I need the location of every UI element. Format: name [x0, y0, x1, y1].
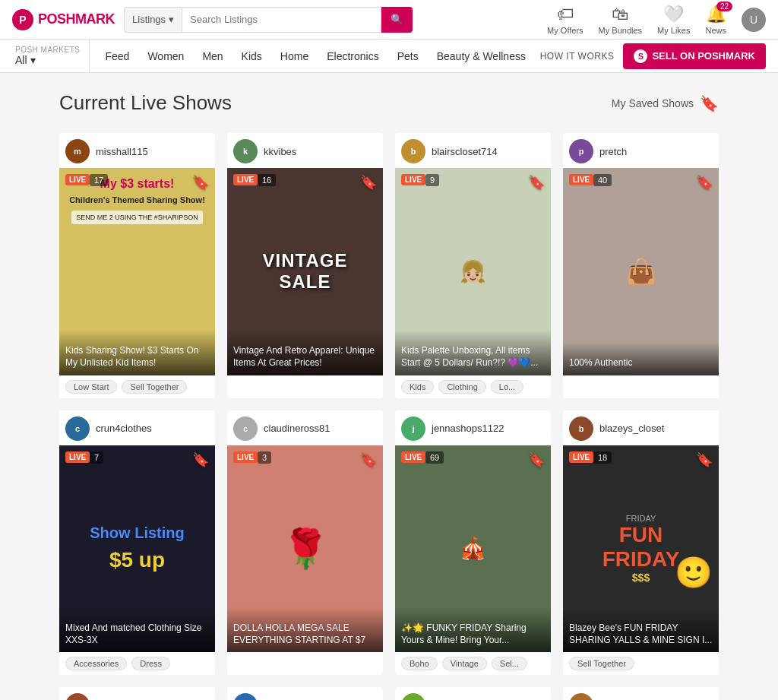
offers-label: My Offers [547, 26, 583, 35]
sell-on-poshmark-button[interactable]: S SELL ON POSHMARK [623, 43, 766, 69]
show-caption: 100% Authentic [563, 342, 719, 375]
show-thumbnail: 👧🏼 LIVE 9 🔖 Kids Palette Unboxing, All i… [395, 168, 551, 375]
show-tags [227, 375, 383, 385]
show-card-header: c claudineross81 [227, 410, 383, 445]
saved-shows-link[interactable]: My Saved Shows 🔖 [612, 94, 719, 112]
live-badge: LIVE [233, 174, 258, 185]
live-badge: LIVE [569, 174, 593, 185]
host-name: pretch [599, 146, 627, 157]
show-caption: DOLLA HOLLA MEGA SALE EVERYTHING STARTIN… [227, 607, 383, 652]
show-card[interactable]: c crun4clothes Show Listing $5 up LIVE 7… [59, 410, 215, 676]
save-show-icon[interactable]: 🔖 [696, 451, 713, 468]
show-card[interactable]: s superwondermom 🏊‍♀️ LIVE 18 🔖 CLOSET R… [227, 687, 383, 700]
save-show-icon[interactable]: 🔖 [360, 174, 377, 191]
show-caption: ✨🌟 FUNKY FRIDAY Sharing Yours & Mine! Br… [395, 607, 551, 652]
likes-icon: 🤍 [663, 5, 684, 24]
host-avatar: r [65, 693, 90, 700]
show-card-header: b blairscloset714 [395, 133, 551, 168]
nav-link-men[interactable]: Men [193, 40, 232, 73]
show-caption: Kids Sharing Show! $3 Starts On My Unlis… [59, 330, 215, 375]
bundles-icon: 🛍 [612, 5, 628, 24]
nav-icons-area: 🏷 My Offers 🛍 My Bundles 🤍 My Likes 🔔 22… [547, 5, 766, 35]
show-card-header: r rdixit07 [395, 687, 551, 700]
how-it-works-link[interactable]: HOW IT WORKS [540, 51, 615, 62]
nav-link-kids[interactable]: Kids [232, 40, 271, 73]
my-likes-nav[interactable]: 🤍 My Likes [657, 5, 690, 35]
tag: Kids [401, 380, 434, 394]
nav-link-brands[interactable]: Brands [535, 40, 540, 73]
tag: Clothing [438, 380, 485, 394]
main-content: Current Live Shows My Saved Shows 🔖 m mi… [47, 73, 731, 700]
listings-label: Listings [132, 14, 166, 25]
show-card[interactable]: m misshall115 My $3 starts! Children's T… [59, 133, 215, 398]
markets-chevron-icon: ▾ [30, 54, 36, 66]
show-card-header: c crun4clothes [59, 410, 215, 445]
nav-link-women[interactable]: Women [138, 40, 193, 73]
show-card[interactable]: r rdixit07 50% OFF SALE LIVE 19 🔖 Happy … [395, 687, 551, 700]
search-input[interactable] [182, 7, 381, 33]
host-avatar: r [401, 693, 425, 700]
poshmark-logo-text: POSHMARK [38, 11, 115, 27]
nav-link-home[interactable]: Home [271, 40, 318, 73]
show-tags: Sell Together [563, 652, 719, 675]
category-nav-links: Feed Women Men Kids Home Electronics Pet… [90, 40, 539, 73]
sell-label: SELL ON POSHMARK [652, 50, 755, 62]
viewer-count: 40 [593, 174, 612, 186]
show-card[interactable]: p pretch 👜 LIVE 40 🔖 100% Authentic [563, 133, 719, 398]
save-show-icon[interactable]: 🔖 [192, 174, 209, 191]
posh-markets-value[interactable]: All ▾ [15, 54, 80, 66]
bookmark-icon: 🔖 [700, 94, 719, 112]
show-caption: Kids Palette Unboxing, All items Start @… [395, 330, 551, 375]
save-show-icon[interactable]: 🔖 [696, 174, 713, 191]
listings-chevron-icon: ▾ [169, 14, 174, 25]
main-header: P POSHMARK Listings ▾ 🔍 🏷 My Offers 🛍 My… [0, 0, 778, 40]
host-name: blairscloset714 [432, 146, 498, 157]
show-thumbnail: 🎪 LIVE 69 🔖 ✨🌟 FUNKY FRIDAY Sharing Your… [395, 445, 551, 653]
show-card[interactable]: b blazeys_closet FRIDAY FUNFRIDAY $$$ 🙂 … [563, 410, 719, 676]
user-avatar[interactable]: U [742, 8, 766, 32]
nav-link-pets[interactable]: Pets [388, 40, 428, 73]
show-caption: Mixed And matched Clothing Size XXS-3X [59, 607, 215, 652]
poshmark-logo-icon[interactable]: P [12, 9, 33, 30]
host-name: jennashops1122 [432, 423, 504, 434]
host-avatar: b [401, 139, 425, 163]
tag: Accessories [65, 657, 127, 670]
save-show-icon[interactable]: 🔖 [192, 451, 209, 468]
show-card[interactable]: l lashopaholic darlin, not going shoppin… [563, 687, 719, 700]
shows-row-1: m misshall115 My $3 starts! Children's T… [59, 133, 719, 398]
tag: Sell Together [122, 380, 187, 394]
news-nav[interactable]: 🔔 22 News [705, 5, 726, 35]
viewer-count: 3 [258, 451, 271, 464]
show-card[interactable]: k kkvibes VINTAGESALE LIVE 16 🔖 Vintage … [227, 133, 383, 398]
viewer-count: 7 [90, 451, 103, 464]
host-avatar: p [569, 139, 593, 163]
page-header: Current Live Shows My Saved Shows 🔖 [59, 91, 719, 115]
save-show-icon[interactable]: 🔖 [360, 451, 377, 468]
my-bundles-nav[interactable]: 🛍 My Bundles [599, 5, 642, 35]
posh-markets-selector[interactable]: POSH MARKETS All ▾ [6, 40, 90, 72]
host-avatar: m [65, 139, 90, 163]
tag: Vintage [442, 657, 487, 670]
show-card[interactable]: b blairscloset714 👧🏼 LIVE 9 🔖 Kids Palet… [395, 133, 551, 398]
show-card[interactable]: r rzwess 👩‍🦰 LIVE 11 🔖 4/28 LUXURY- YOUR… [59, 687, 215, 700]
show-tags [563, 375, 719, 385]
show-thumbnail: FRIDAY FUNFRIDAY $$$ 🙂 LIVE 18 🔖 Blazey … [563, 445, 719, 653]
show-card-header: b blazeys_closet [563, 410, 719, 445]
shows-row-3: r rzwess 👩‍🦰 LIVE 11 🔖 4/28 LUXURY- YOUR… [59, 687, 719, 700]
tag: Boho [401, 657, 438, 670]
shows-row-2: c crun4clothes Show Listing $5 up LIVE 7… [59, 410, 719, 676]
nav-link-feed[interactable]: Feed [96, 40, 138, 73]
search-button[interactable]: 🔍 [381, 7, 413, 33]
nav-link-electronics[interactable]: Electronics [318, 40, 387, 73]
show-card[interactable]: j jennashops1122 🎪 LIVE 69 🔖 ✨🌟 FUNKY FR… [395, 410, 551, 676]
show-tags: Accessories Dress [59, 652, 215, 675]
save-show-icon[interactable]: 🔖 [528, 451, 545, 468]
listings-dropdown-button[interactable]: Listings ▾ [124, 7, 182, 33]
nav-link-beauty[interactable]: Beauty & Wellness [428, 40, 535, 73]
live-badge: LIVE [65, 174, 90, 185]
save-show-icon[interactable]: 🔖 [528, 174, 545, 191]
likes-label: My Likes [657, 26, 690, 35]
my-offers-nav[interactable]: 🏷 My Offers [547, 5, 583, 35]
show-card[interactable]: c claudineross81 🌹 LIVE 3 🔖 DOLLA HOLLA … [227, 410, 383, 676]
saved-shows-label: My Saved Shows [612, 97, 694, 109]
